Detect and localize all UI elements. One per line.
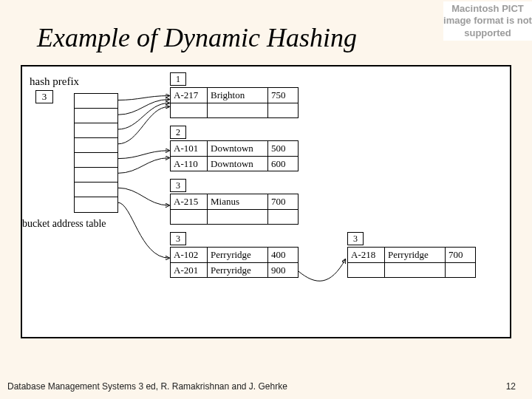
cell-amt: 500 xyxy=(268,141,298,156)
addr-cell xyxy=(75,109,117,123)
cell-city: Perryridge xyxy=(208,263,268,278)
bucket-b1: A-217 Brighton 750 xyxy=(170,87,299,118)
cell-acct: A-101 xyxy=(171,141,208,156)
cell-city xyxy=(385,263,446,278)
bucket-row xyxy=(171,209,298,224)
cell-acct xyxy=(348,263,385,278)
local-depth-b2: 2 xyxy=(170,126,186,139)
cell-acct xyxy=(171,210,208,225)
bucket-address-table xyxy=(74,93,118,213)
bucket-row: A-101 Downtown 500 xyxy=(171,141,298,156)
cell-amt xyxy=(268,210,298,225)
bucket-row: A-215 Mianus 700 xyxy=(171,194,298,209)
cell-acct: A-217 xyxy=(171,88,208,103)
cell-amt xyxy=(268,103,298,118)
local-depth-b1: 1 xyxy=(170,72,186,86)
hash-prefix-label: hash prefix xyxy=(30,75,79,88)
slide-title: Example of Dynamic Hashing xyxy=(37,22,357,53)
cell-acct: A-110 xyxy=(171,157,208,171)
cell-amt: 900 xyxy=(268,263,298,278)
bucket-b4: A-102 Perryridge 400 A-201 Perryridge 90… xyxy=(170,247,299,278)
diagram-frame: hash prefix 3 bucket address table 1 A-2… xyxy=(21,65,511,338)
addr-cell xyxy=(75,123,117,138)
cell-city: Mianus xyxy=(208,194,268,209)
bucket-b2: A-101 Downtown 500 A-110 Downtown 600 xyxy=(170,140,299,171)
bucket-row: A-110 Downtown 600 xyxy=(171,156,298,171)
bucket-row: A-217 Brighton 750 xyxy=(171,88,298,103)
addr-cell xyxy=(75,153,117,168)
addr-cell xyxy=(75,94,117,109)
cell-acct: A-201 xyxy=(171,263,208,278)
cell-city xyxy=(208,210,268,225)
bucket-row xyxy=(171,103,298,117)
cell-city: Downtown xyxy=(208,157,268,171)
bucket-row: A-201 Perryridge 900 xyxy=(171,262,298,277)
addr-cell xyxy=(75,168,117,183)
bucket-b5: A-218 Perryridge 700 xyxy=(347,247,476,278)
cell-amt: 750 xyxy=(268,88,298,103)
diagram: hash prefix 3 bucket address table 1 A-2… xyxy=(22,66,510,337)
cell-city: Brighton xyxy=(208,88,268,103)
cell-amt: 400 xyxy=(268,248,298,262)
bucket-b3: A-215 Mianus 700 xyxy=(170,194,299,225)
bucket-row: A-218 Perryridge 700 xyxy=(348,248,475,262)
cell-city: Perryridge xyxy=(385,248,446,262)
local-depth-b5: 3 xyxy=(347,232,364,245)
global-depth-box: 3 xyxy=(35,90,53,103)
addr-cell xyxy=(75,197,117,212)
local-depth-b3: 3 xyxy=(170,179,186,192)
cell-amt: 700 xyxy=(268,194,298,209)
pict-warning: Macintosh PICT image format is not suppo… xyxy=(443,1,532,41)
cell-city xyxy=(208,103,268,118)
addr-cell xyxy=(75,138,117,153)
cell-amt: 700 xyxy=(446,248,475,262)
cell-amt xyxy=(446,263,475,278)
footer-citation: Database Management Systems 3 ed, R. Ram… xyxy=(7,381,287,392)
cell-acct: A-218 xyxy=(348,248,385,262)
cell-acct xyxy=(171,103,208,118)
cell-city: Downtown xyxy=(208,141,268,156)
bucket-row xyxy=(348,262,475,277)
cell-amt: 600 xyxy=(268,157,298,171)
bucket-address-label: bucket address table xyxy=(22,218,106,230)
addr-cell xyxy=(75,183,117,197)
cell-city: Perryridge xyxy=(208,248,268,262)
page-number: 12 xyxy=(506,381,516,392)
local-depth-b4: 3 xyxy=(170,232,186,245)
bucket-row: A-102 Perryridge 400 xyxy=(171,248,298,262)
cell-acct: A-102 xyxy=(171,248,208,262)
cell-acct: A-215 xyxy=(171,194,208,209)
